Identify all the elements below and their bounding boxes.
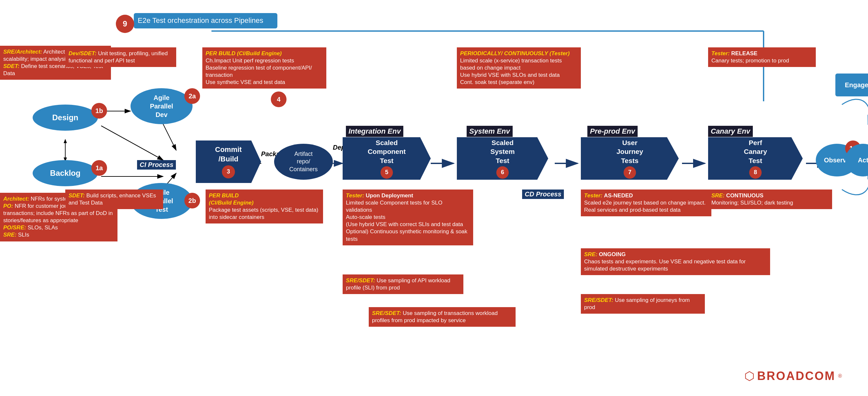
broadcom-icon: ⬡ — [744, 369, 754, 383]
e2e-test-box: E2e Test orchestration across Pipelines — [134, 13, 277, 28]
system-env-label: System Env — [467, 126, 513, 137]
sre-transactions-label: SRE/SDET: — [372, 310, 401, 316]
agile-dev-label: AgileParallelDev — [150, 93, 173, 119]
tester-deploy-text: Limited scale Component tests for SLO va… — [346, 200, 467, 242]
periodically-label: PERIODICALLY/ CONTINUOUSLY (Tester) — [460, 50, 570, 57]
sre-ongoing-label: SRE: — [584, 251, 597, 257]
e2e-text: E2e Test orchestration across Pipelines — [138, 16, 264, 25]
periodically-text: Limited scale (x-service) transaction te… — [460, 57, 562, 85]
commit-build-node: Commit/Build 3 — [196, 141, 261, 183]
scaled-component-label: ScaledComponentTest — [368, 138, 406, 165]
user-journey-number: 7 — [624, 166, 636, 179]
tester-release-title: RELEASE — [731, 50, 757, 57]
perf-canary-stage: PerfCanaryTest 8 — [708, 137, 803, 180]
periodically-box: PERIODICALLY/ CONTINUOUSLY (Tester) Limi… — [457, 47, 581, 89]
dev-sdet-box: Dev/SDET: Unit testing, profiling, unifi… — [65, 47, 176, 67]
sre-continuous-label: SRE: — [711, 193, 725, 199]
sdet-build-box: SDET: Build scripts, enhance VSEs and Te… — [65, 190, 163, 209]
ci-process-label: CI Process — [137, 160, 176, 170]
sre-journeys-box: SRE/SDET: Use sampling of journeys from … — [581, 294, 705, 314]
perf-canary-label: PerfCanaryTest — [744, 138, 767, 165]
act-label: Act — [858, 157, 868, 164]
dev-sdet-label: Dev/SDET: — [68, 50, 97, 57]
engage-label: Engage — [845, 81, 868, 89]
tester-deployment-box: Tester: Upon Deployment Limited scale Co… — [343, 190, 473, 245]
broadcom-logo: ⬡ BROADCOM ® — [744, 369, 842, 383]
scaled-system-label: ScaledSystemTest — [491, 138, 515, 165]
as-needed-label: Tester: — [584, 193, 602, 199]
sre-ongoing-box: SRE: ONGOING Chaos tests and experiments… — [581, 248, 770, 275]
scaled-component-stage: ScaledComponentTest 5 — [343, 137, 431, 180]
backlog-number: 1a — [91, 160, 107, 176]
perf-canary-number: 8 — [749, 166, 762, 179]
per-build-1-text: Ch.Impact Unit perf regression testsBase… — [206, 57, 312, 85]
artifact-repo-node: Artifactrepo/Containers — [274, 144, 333, 180]
agile-dev-number: 2a — [184, 88, 200, 104]
commit-build-label: Commit/Build — [215, 145, 242, 164]
as-needed-box: Tester: AS-NEDED Scaled e2e journey test… — [581, 190, 711, 216]
design-label: Design — [52, 113, 78, 122]
as-needed-title: AS-NEDED — [604, 193, 633, 199]
sre-ongoing-title: ONGOING — [599, 251, 625, 257]
agile-test-number: 2b — [184, 193, 200, 208]
sdet-label: SDET: — [3, 63, 20, 69]
po-sre-text: SLOs, SLAs — [28, 224, 58, 231]
cd-process-label: CD Process — [522, 190, 564, 199]
diagram-container: E2e Test orchestration across Pipelines … — [0, 0, 868, 396]
sre-ongoing-text: Chaos tests and experiments. Use VSE and… — [584, 258, 746, 272]
per-build-2-text: Package test assets (scripts, VSE, test … — [209, 207, 318, 220]
per-build-1-box: PER BUILD (CI/Build Engine) Ch.Impact Un… — [202, 47, 326, 89]
sre-continuous-text: Monitoring; SLI/SLO; dark testing — [711, 200, 793, 206]
per-build-2-box: PER BUILD(CI/Build Engine) Package test … — [206, 190, 323, 224]
artifact-repo-label: Artifactrepo/Containers — [289, 150, 317, 173]
upon-deploy-text: Upon Deployment — [366, 193, 413, 199]
per-build-1-number: 4 — [271, 91, 286, 107]
svg-marker-5 — [64, 139, 67, 143]
architect-label: Architect: — [3, 196, 29, 202]
sre-sdet-api-label: SRE/SDET: — [346, 277, 375, 284]
sre-continuous-box: SRE: CONTINUOUS Monitoring; SLI/SLO; dar… — [708, 190, 832, 209]
user-journey-label: UserJourneyTests — [616, 138, 643, 165]
tester-release-box: Tester: RELEASE Canary tests; promotion … — [708, 47, 816, 67]
broadcom-text: BROADCOM — [757, 369, 835, 383]
broadcom-registered: ® — [838, 373, 842, 379]
sre-continuous-title: CONTINUOUS — [726, 193, 763, 199]
design-node: Design — [33, 105, 98, 131]
backlog-label: Backlog — [50, 169, 80, 178]
per-build-2-label: PER BUILD(CI/Build Engine) — [209, 193, 253, 206]
po-label: PO: — [3, 203, 13, 209]
engage-node: Engage — [835, 74, 868, 96]
agile-dev-node: AgileParallelDev — [130, 88, 192, 124]
sre-journeys-label: SRE/SDET: — [584, 297, 613, 303]
sre-transactions-box: SRE/SDET: Use sampling of transactions w… — [369, 307, 516, 327]
po-sre-label: PO/SRE: — [3, 224, 26, 231]
integration-env-label: Integration Env — [346, 126, 403, 137]
sre-sdet-api-box: SRE/SDET: Use sampling of API workload p… — [343, 275, 463, 294]
user-journey-stage: UserJourneyTests 7 — [581, 137, 679, 180]
number-9-circle: 9 — [116, 15, 134, 33]
scaled-component-number: 5 — [380, 166, 393, 179]
design-notes-label: SRE/Architect: — [3, 49, 42, 55]
commit-build-number: 3 — [222, 165, 235, 178]
per-build-1-label: PER BUILD (CI/Build Engine) — [206, 50, 282, 57]
tester-release-label: Tester: — [711, 50, 730, 57]
backlog-node: Backlog — [33, 160, 98, 186]
tester-deploy-label: Tester: — [346, 193, 364, 199]
sre-label: SRE: — [3, 232, 17, 238]
canary-env-label: Canary Env — [708, 126, 753, 137]
sdet-build-label: SDET: — [68, 193, 85, 199]
preprod-env-label: Pre-prod Env — [587, 126, 638, 137]
scaled-system-number: 6 — [496, 166, 509, 179]
svg-line-3 — [101, 126, 163, 160]
as-needed-text: Scaled e2e journey test based on change … — [584, 200, 706, 213]
tester-release-text: Canary tests; promotion to prod — [711, 57, 789, 64]
sre-text: SLIs — [18, 232, 29, 238]
scaled-system-stage: ScaledSystemTest 6 — [457, 137, 548, 180]
design-number: 1b — [91, 103, 107, 119]
